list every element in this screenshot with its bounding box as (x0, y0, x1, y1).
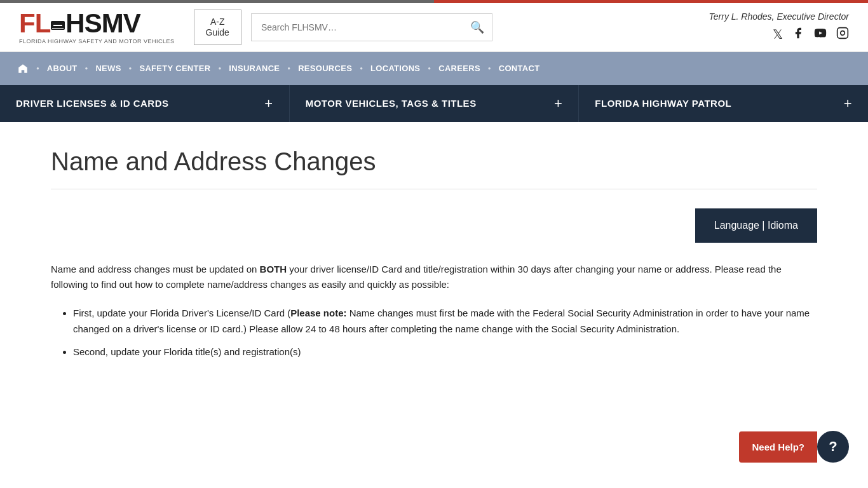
page-title: Name and Address Changes (51, 147, 817, 189)
logo-top: FLHSMV (19, 10, 175, 37)
nav-item-careers[interactable]: CAREERS (431, 52, 488, 85)
road-icon (51, 21, 65, 30)
instagram-icon[interactable] (836, 27, 849, 43)
sub-nav-highway-patrol[interactable]: FLORIDA HIGHWAY PATROL + (579, 85, 868, 122)
language-button[interactable]: Language | Idioma (695, 208, 817, 243)
search-input[interactable] (252, 16, 463, 39)
nav-item-news[interactable]: NEWS (88, 52, 128, 85)
nav-list: ● ABOUT ● NEWS ● SAFETY CENTER ● INSURAN… (0, 52, 557, 85)
intro-bold: BOTH (260, 264, 287, 274)
social-icons: 𝕏 (709, 27, 849, 43)
header-right: Terry L. Rhodes, Executive Director 𝕏 (709, 11, 849, 43)
logo-hsmv: HSMV (65, 8, 140, 38)
sub-nav-motor-vehicles[interactable]: MOTOR VEHICLES, TAGS & TITLES + (290, 85, 580, 122)
search-bar: 🔍 (251, 13, 492, 41)
language-area: Language | Idioma (51, 208, 817, 243)
header-center: A-Z Guide 🔍 (194, 10, 690, 45)
header: FLHSMV FLORIDA HIGHWAY SAFETY AND MOTOR … (0, 3, 868, 52)
logo-text: FLHSMV (19, 10, 140, 37)
nav-link-contact[interactable]: CONTACT (491, 52, 548, 85)
nav-item-locations[interactable]: LOCATIONS (363, 52, 428, 85)
nav-item-resources[interactable]: RESOURCES (290, 52, 360, 85)
nav-item-safety[interactable]: SAFETY CENTER (132, 52, 218, 85)
nav-link-careers[interactable]: CAREERS (431, 52, 488, 85)
sub-nav-driver-label: DRIVER LICENSES & ID CARDS (16, 98, 169, 109)
bullet-list: First, update your Florida Driver's Lice… (51, 305, 817, 360)
list-item: Second, update your Florida title(s) and… (73, 344, 817, 360)
list-item: First, update your Florida Driver's Lice… (73, 305, 817, 337)
sub-nav-patrol-label: FLORIDA HIGHWAY PATROL (595, 98, 731, 109)
logo-wrapper: FLHSMV FLORIDA HIGHWAY SAFETY AND MOTOR … (19, 10, 175, 44)
logo-area: FLHSMV FLORIDA HIGHWAY SAFETY AND MOTOR … (19, 10, 175, 44)
nav-link-about[interactable]: ABOUT (39, 52, 85, 85)
home-link[interactable] (10, 52, 36, 85)
intro-before-bold: Name and address changes must be updated… (51, 264, 260, 274)
nav-link-insurance[interactable]: INSURANCE (221, 52, 287, 85)
sub-nav: DRIVER LICENSES & ID CARDS + MOTOR VEHIC… (0, 85, 868, 122)
nav-home[interactable] (10, 52, 36, 85)
logo-subtitle: FLORIDA HIGHWAY SAFETY AND MOTOR VEHICLE… (19, 38, 175, 44)
exec-name: Terry L. Rhodes, Executive Director (709, 11, 849, 22)
nav-link-resources[interactable]: RESOURCES (290, 52, 360, 85)
az-guide-button[interactable]: A-Z Guide (194, 10, 241, 45)
nav-item-contact[interactable]: CONTACT (491, 52, 548, 85)
main-content: Name and Address Changes Language | Idio… (0, 122, 868, 392)
sub-nav-driver-plus: + (264, 95, 273, 112)
search-button[interactable]: 🔍 (463, 14, 492, 41)
sub-nav-motor-label: MOTOR VEHICLES, TAGS & TITLES (306, 98, 477, 109)
nav-link-news[interactable]: NEWS (88, 52, 128, 85)
nav-link-locations[interactable]: LOCATIONS (363, 52, 428, 85)
main-nav: ● ABOUT ● NEWS ● SAFETY CENTER ● INSURAN… (0, 52, 868, 85)
sub-nav-driver-licenses[interactable]: DRIVER LICENSES & ID CARDS + (0, 85, 290, 122)
sub-nav-motor-plus: + (554, 95, 562, 112)
intro-paragraph: Name and address changes must be updated… (51, 262, 817, 292)
sub-nav-patrol-plus: + (844, 95, 852, 112)
bullet1-bold: Please note: (290, 308, 346, 318)
facebook-icon[interactable] (792, 27, 804, 43)
bullet1-before: First, update your Florida Driver's Lice… (73, 308, 290, 318)
az-line1: A-Z (210, 17, 225, 27)
nav-item-insurance[interactable]: INSURANCE (221, 52, 287, 85)
twitter-icon[interactable]: 𝕏 (773, 27, 783, 43)
youtube-icon[interactable] (813, 27, 827, 43)
nav-item-about[interactable]: ABOUT (39, 52, 85, 85)
nav-link-safety[interactable]: SAFETY CENTER (132, 52, 218, 85)
bullet2-text: Second, update your Florida title(s) and… (73, 346, 301, 357)
az-line2: Guide (206, 27, 229, 37)
svg-rect-0 (837, 28, 848, 39)
logo-fl: FL (19, 8, 50, 38)
